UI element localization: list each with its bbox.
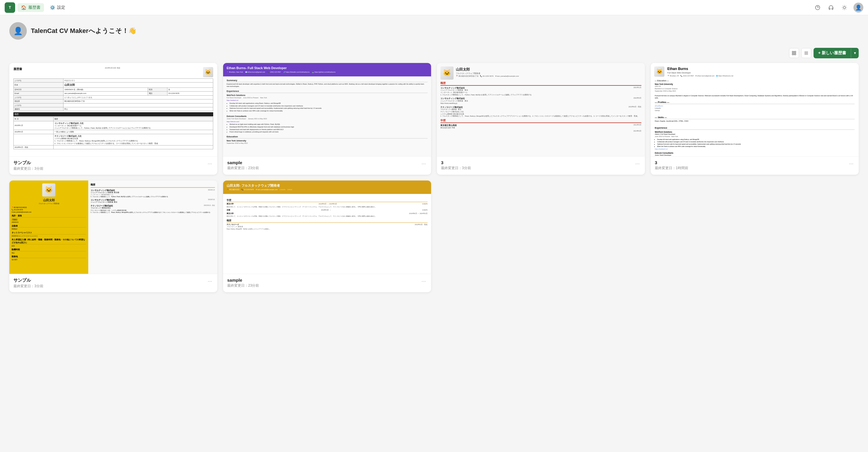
svg-rect-14 [794,53,796,55]
card-meta-4: 最終変更日：1時間前 [655,166,688,171]
grid-view-btn[interactable] [789,48,799,58]
card-preview-3: 🐱 山田太郎 フルスタックウェブ開発者 📍 東京都渋谷区神宮前1丁目 📞 03-… [437,63,645,156]
card-meta-3: 最終変更日：3分前 [441,166,471,171]
card-footer-2: sample 最終変更日：23分前 ··· [223,156,431,174]
card-menu-btn-1[interactable]: ··· [207,160,213,167]
card-title-3: 3 [441,160,471,165]
topnav-right: 👤 [813,3,863,12]
en-resume-name: Ethan Burns- Full Stack Web Developer [227,66,428,70]
home-icon: 🏠 [21,5,27,10]
svg-rect-11 [792,51,794,53]
user-avatar: 👤 [9,22,27,40]
help-icon-btn[interactable] [813,3,822,12]
sun-icon-btn[interactable] [840,3,849,12]
card-title-2: sample [227,160,259,165]
card-preview-4: 🐱 Ethan Burns Full Stack Web Developer 📍… [651,63,859,156]
new-resume-label: + 新しい履歴書 [818,51,846,56]
card-meta-5: 最終変更日：3分前 [13,284,43,289]
card-footer-3: 3 最終変更日：3分前 ··· [437,156,645,174]
svg-rect-13 [792,53,794,55]
card-preview-2: Ethan Burns- Full Stack Web Developer 📍 … [223,63,431,156]
svg-line-9 [843,9,843,9]
card-footer-5: サンプル 最終変更日：3分前 ··· [9,274,217,292]
user-header: 👤 TalenCat CV Makerへようこそ！👋 [9,22,859,40]
resume-card-3[interactable]: 🐱 山田太郎 フルスタックウェブ開発者 📍 東京都渋谷区神宮前1丁目 📞 03-… [437,63,645,175]
topnav: T 🏠 履歴書 ⚙️ 設定 [0,0,868,15]
card-footer-1: サンプル 最終変更日：3分前 ··· [9,156,217,175]
new-resume-dropdown-btn[interactable]: ▾ [851,49,859,58]
card-menu-btn-4[interactable]: ··· [848,160,855,167]
nav-item-settings[interactable]: ⚙️ 設定 [46,3,69,12]
nav-item-resume[interactable]: 🏠 履歴書 [18,3,44,12]
svg-point-2 [843,6,845,9]
card-preview-5: 🐱 山田太郎 フルスタックウェブ開発者 📍 東京都渋谷区神宮前 📞 03-123… [9,180,217,274]
card-menu-btn-5[interactable]: ··· [207,278,213,285]
card-menu-btn-6[interactable]: ··· [420,278,427,285]
card-meta-2: 最終変更日：23分前 [227,166,259,171]
card-menu-btn-2[interactable]: ··· [420,160,427,167]
user-avatar-btn[interactable]: 👤 [854,3,863,12]
main-content: 👤 TalenCat CV Makerへようこそ！👋 + 新しい履歴書 ▾ [0,15,868,299]
card-title-1: サンプル [13,160,43,166]
list-view-btn[interactable] [801,48,811,58]
svg-rect-12 [794,51,796,53]
nav-label-resume: 履歴書 [28,5,40,10]
card-meta-1: 最終変更日：3分前 [13,166,43,171]
cards-grid: 履歴書 2024年3月15日 現在 🐱 ふりがなやまだたろう 氏名山田太郎 生年… [9,63,859,292]
resume-card-5[interactable]: 🐱 山田太郎 フルスタックウェブ開発者 📍 東京都渋谷区神宮前 📞 03-123… [9,180,217,292]
card-meta-6: 最終変更日：23分前 [227,283,259,288]
card-title-5: サンプル [13,278,43,283]
card-title-4: 3 [655,160,688,165]
resume-card-2[interactable]: Ethan Burns- Full Stack Web Developer 📍 … [223,63,431,175]
new-resume-btn[interactable]: + 新しい履歴書 ▾ [813,48,859,58]
headphones-icon-btn[interactable] [827,3,835,12]
svg-line-10 [846,6,846,6]
svg-line-6 [846,9,846,9]
logo[interactable]: T [5,2,15,13]
card-preview-6: 山田太郎- フルスタックウェブ開発者 📍 東京都渋谷区 📞 03-1234-56… [223,180,431,274]
svg-line-5 [843,6,843,6]
resume-card-6[interactable]: 山田太郎- フルスタックウェブ開発者 📍 東京都渋谷区 📞 03-1234-56… [223,180,431,292]
card-preview-1: 履歴書 2024年3月15日 現在 🐱 ふりがなやまだたろう 氏名山田太郎 生年… [9,63,217,156]
card-footer-6: sample 最終変更日：23分前 ··· [223,274,431,292]
nav-label-settings: 設定 [57,5,65,10]
gear-icon: ⚙️ [50,5,55,10]
resume-card-1[interactable]: 履歴書 2024年3月15日 現在 🐱 ふりがなやまだたろう 氏名山田太郎 生年… [9,63,217,175]
card-menu-btn-3[interactable]: ··· [634,160,641,167]
card-title-6: sample [227,278,259,283]
toolbar: + 新しい履歴書 ▾ [9,48,859,58]
user-greeting: TalenCat CV Makerへようこそ！👋 [31,27,136,35]
card-footer-4: 3 最終変更日：1時間前 ··· [651,156,859,174]
resume-card-4[interactable]: 🐱 Ethan Burns Full Stack Web Developer 📍… [651,63,859,175]
